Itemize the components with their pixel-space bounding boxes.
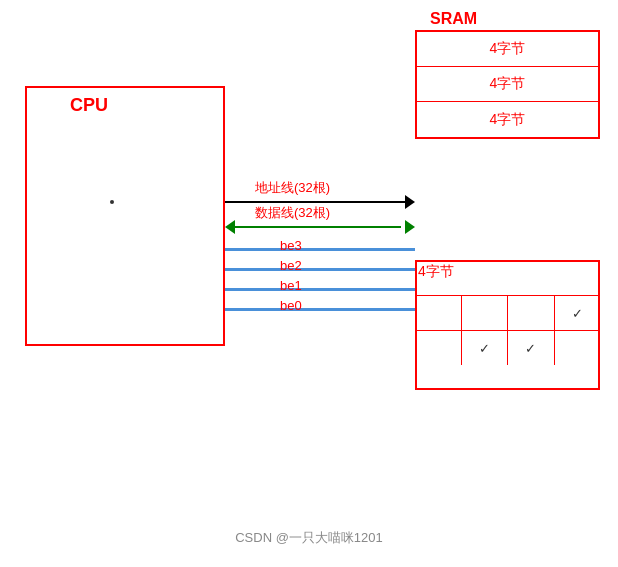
be0-line: [225, 308, 415, 311]
be2-line: [225, 268, 415, 271]
sram-row-1: 4字节: [417, 32, 598, 67]
cpu-label: CPU: [70, 95, 108, 116]
be1-line: [225, 288, 415, 291]
diagram-container: CPU SRAM 4字节 4字节 4字节 4字节 ✓ ✓ ✓: [0, 0, 618, 567]
sram-cell-2-2: ✓: [462, 331, 509, 365]
sram-row-2: 4字节: [417, 67, 598, 102]
address-line: [225, 201, 410, 203]
sram-cell-row-2: ✓ ✓: [415, 330, 600, 365]
be3-line: [225, 248, 415, 251]
data-arrow-right: [405, 220, 415, 234]
sram-cell-1-1: [415, 296, 462, 330]
sram-bottom-label: 4字节: [418, 263, 454, 281]
sram-cell-1-4: ✓: [555, 296, 601, 330]
sram-cell-1-2: [462, 296, 509, 330]
sram-cell-1-3: [508, 296, 555, 330]
sram-cell-row-1: ✓: [415, 295, 600, 330]
sram-cell-2-4: [555, 331, 601, 365]
sram-cell-2-3: ✓: [508, 331, 555, 365]
cpu-box: [25, 86, 225, 346]
be0-label: be0: [280, 298, 302, 313]
sram-top-section: 4字节 4字节 4字节: [415, 30, 600, 139]
be3-label: be3: [280, 238, 302, 253]
cpu-dot: [110, 200, 114, 204]
address-line-label: 地址线(32根): [255, 179, 330, 197]
be1-label: be1: [280, 278, 302, 293]
data-line-label: 数据线(32根): [255, 204, 330, 222]
sram-label: SRAM: [430, 10, 477, 28]
sram-cell-2-1: [415, 331, 462, 365]
watermark: CSDN @一只大喵咪1201: [235, 529, 383, 547]
sram-row-3: 4字节: [417, 102, 598, 137]
be2-label: be2: [280, 258, 302, 273]
data-line: [233, 226, 401, 228]
address-line-arrow: [405, 195, 415, 209]
data-line-container: 数据线(32根): [225, 218, 415, 238]
